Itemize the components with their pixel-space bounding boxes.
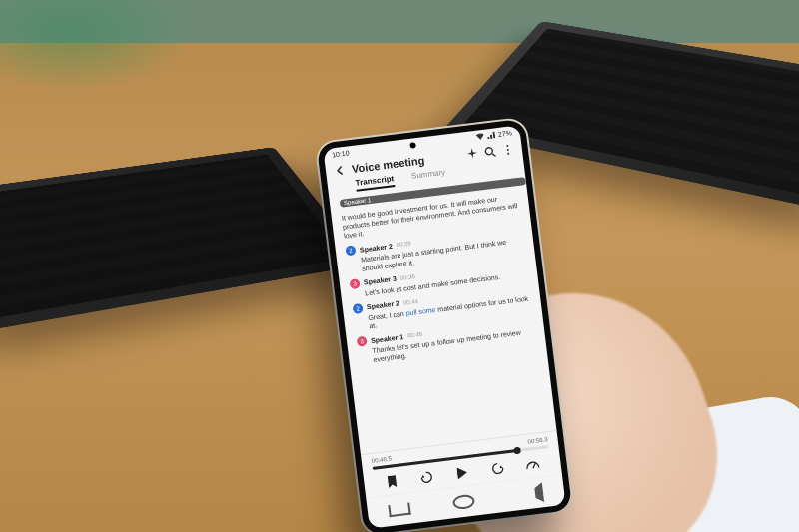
nav-home[interactable] — [452, 494, 476, 511]
rewind-icon[interactable] — [419, 469, 435, 485]
svg-point-4 — [507, 153, 509, 155]
svg-point-2 — [506, 145, 508, 147]
svg-line-1 — [492, 153, 495, 156]
svg-point-3 — [507, 149, 509, 151]
wifi-icon — [476, 133, 485, 141]
seek-knob[interactable] — [513, 447, 521, 455]
svg-point-0 — [485, 147, 493, 155]
scene-background: 10:10 27% Voice meeting — [0, 0, 799, 532]
timestamp: 00:44 — [402, 298, 418, 306]
transcript-content[interactable]: It would be good investment for us. It w… — [331, 187, 557, 454]
svg-line-5 — [532, 463, 536, 468]
nav-recents[interactable] — [389, 503, 411, 518]
timestamp: 00:36 — [400, 273, 415, 281]
avatar-icon: 2 — [353, 302, 364, 313]
speaker-label: Speaker 2 — [360, 243, 394, 254]
smartphone: 10:10 27% Voice meeting — [317, 119, 573, 532]
forward-icon[interactable] — [489, 461, 505, 477]
timestamp: 00:29 — [396, 241, 411, 249]
speaker-label: Speaker 1 — [371, 333, 404, 344]
search-icon[interactable] — [483, 145, 496, 158]
status-time: 10:10 — [332, 149, 350, 158]
bookmark-icon[interactable] — [385, 474, 400, 490]
avatar-icon: 3 — [357, 336, 368, 347]
time-current: 00:46.5 — [371, 455, 392, 463]
avatar-icon: 3 — [350, 278, 361, 289]
camera-hole — [409, 142, 416, 149]
speaker-label: Speaker 2 — [367, 299, 400, 310]
speed-icon[interactable] — [525, 456, 541, 472]
battery-level: 27% — [497, 129, 512, 138]
more-icon[interactable] — [501, 143, 514, 156]
laptop-left — [0, 147, 368, 332]
signal-icon — [487, 131, 496, 139]
avatar-icon: 2 — [345, 246, 356, 257]
nav-back[interactable] — [516, 482, 544, 505]
tab-summary[interactable]: Summary — [410, 168, 446, 185]
speaker-label: Speaker 3 — [364, 275, 398, 286]
phone-screen: 10:10 27% Voice meeting — [323, 125, 565, 528]
play-icon[interactable] — [454, 465, 470, 481]
ai-icon[interactable] — [465, 148, 478, 161]
back-icon[interactable] — [333, 164, 346, 177]
time-total: 00:56.3 — [527, 436, 548, 444]
timestamp: 00:48 — [407, 331, 423, 339]
